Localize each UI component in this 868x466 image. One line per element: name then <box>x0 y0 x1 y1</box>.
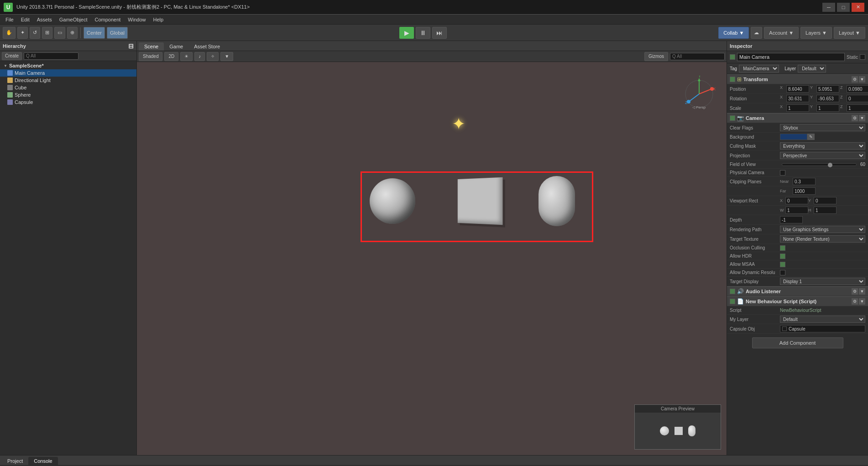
depth-input[interactable] <box>780 216 803 223</box>
dynamic-checkbox[interactable] <box>780 270 785 275</box>
pos-y-input[interactable] <box>816 85 839 93</box>
menu-edit[interactable]: Edit <box>17 16 33 23</box>
static-checkbox[interactable] <box>860 54 865 60</box>
step-button[interactable]: ⏭ <box>432 27 447 39</box>
audio-listener-header[interactable]: 🔊 Audio Listener ⚙ ▼ <box>727 286 868 296</box>
vp-h-input[interactable] <box>814 207 837 214</box>
script-header[interactable]: 📄 New Behaviour Script (Script) ⚙ ▼ <box>727 296 868 306</box>
hdr-checkbox[interactable] <box>780 254 785 259</box>
pos-x-input[interactable] <box>786 85 809 93</box>
culling-mask-dropdown[interactable]: Everything <box>780 142 865 150</box>
transform-header[interactable]: ⊞ Transform ⚙ ▼ <box>727 74 868 84</box>
scene-search[interactable] <box>670 53 725 60</box>
capsule-object[interactable] <box>539 176 575 226</box>
vp-x-input[interactable] <box>785 197 808 204</box>
script-settings[interactable]: ⚙ <box>852 298 858 305</box>
tab-console[interactable]: Console <box>28 457 58 465</box>
shading-mode-dropdown[interactable]: Shaded <box>139 52 162 61</box>
transform-active[interactable] <box>730 77 735 82</box>
script-active[interactable] <box>730 299 735 304</box>
collab-button[interactable]: Collab ▼ <box>718 27 749 39</box>
hierarchy-lock-icon[interactable]: ⊟ <box>128 42 134 50</box>
menu-help[interactable]: Help <box>149 16 167 23</box>
background-color[interactable] <box>780 134 807 140</box>
scale-x-input[interactable] <box>786 104 809 112</box>
capsule-obj-field[interactable]: Capsule <box>780 325 865 332</box>
hierarchy-item-cube[interactable]: Cube <box>0 84 136 91</box>
display-dropdown[interactable]: Display 1 <box>780 278 865 285</box>
physical-camera-checkbox[interactable] <box>780 170 785 176</box>
hierarchy-item-sphere[interactable]: Sphere <box>0 91 136 98</box>
target-texture-dropdown[interactable]: None (Render Texture) <box>780 235 865 243</box>
menu-gameobject[interactable]: GameObject <box>56 16 91 23</box>
rotate-tool[interactable]: ↺ <box>30 27 40 39</box>
tab-project[interactable]: Project <box>2 457 28 465</box>
far-input[interactable] <box>793 187 816 195</box>
script-menu[interactable]: ▼ <box>859 298 865 305</box>
cube-object[interactable] <box>458 177 503 225</box>
vp-w-input[interactable] <box>785 207 808 214</box>
menu-file[interactable]: File <box>2 16 17 23</box>
scale-y-input[interactable] <box>816 104 839 112</box>
scale-tool[interactable]: ⊞ <box>42 27 52 39</box>
close-button[interactable]: ✕ <box>852 3 864 12</box>
msaa-checkbox[interactable] <box>780 262 785 267</box>
rot-z-input[interactable] <box>847 95 868 102</box>
fx-toggle[interactable]: ✧ <box>207 52 219 61</box>
scene-view-dropdown[interactable]: ▼ <box>220 52 233 61</box>
tab-asset-store[interactable]: Asset Store <box>188 42 225 51</box>
menu-component[interactable]: Component <box>91 16 124 23</box>
tab-scene[interactable]: Scene <box>139 42 164 51</box>
lighting-toggle[interactable]: ☀ <box>180 52 193 61</box>
account-button[interactable]: Account ▼ <box>764 27 799 39</box>
menu-window[interactable]: Window <box>124 16 149 23</box>
layout-button[interactable]: Layout ▼ <box>834 27 865 39</box>
audio-toggle[interactable]: ♪ <box>194 52 205 61</box>
scene-viewport[interactable]: ✦ <box>137 62 727 455</box>
active-checkbox[interactable] <box>730 54 735 60</box>
2d-toggle[interactable]: 2D <box>164 52 178 61</box>
near-input[interactable] <box>793 178 816 185</box>
object-name-input[interactable] <box>737 53 845 61</box>
pause-button[interactable]: ⏸ <box>416 27 430 39</box>
vp-y-input[interactable] <box>814 197 837 204</box>
create-button[interactable]: Create <box>2 52 22 60</box>
audio-active[interactable] <box>730 289 735 294</box>
occlusion-checkbox[interactable] <box>780 245 785 251</box>
rot-x-input[interactable] <box>786 95 809 102</box>
scene-root[interactable]: ▼ SampleScene* <box>0 62 136 69</box>
camera-menu[interactable]: ▼ <box>859 115 865 121</box>
menu-assets[interactable]: Assets <box>33 16 56 23</box>
transform-tool[interactable]: ⊕ <box>67 27 78 39</box>
camera-settings[interactable]: ⚙ <box>852 115 858 121</box>
scale-z-input[interactable] <box>847 104 868 112</box>
camera-active[interactable] <box>730 115 735 121</box>
add-component-button[interactable]: Add Component <box>752 337 843 348</box>
tag-dropdown[interactable]: MainCamera <box>739 65 779 72</box>
layer-dropdown[interactable]: Default <box>798 65 826 72</box>
projection-dropdown[interactable]: Perspective <box>780 152 865 159</box>
transform-menu[interactable]: ▼ <box>859 76 865 83</box>
fov-slider[interactable] <box>782 163 857 166</box>
rot-y-input[interactable] <box>816 95 839 102</box>
hand-tool[interactable]: ✋ <box>3 27 16 39</box>
maximize-button[interactable]: □ <box>837 3 850 12</box>
window-controls[interactable]: ─ □ ✕ <box>822 3 864 12</box>
hierarchy-item-directional-light[interactable]: Directional Light <box>0 77 136 84</box>
global-button[interactable]: Global <box>107 27 128 39</box>
render-path-dropdown[interactable]: Use Graphics Settings <box>780 226 865 233</box>
audio-menu[interactable]: ▼ <box>859 288 865 295</box>
my-layer-dropdown[interactable]: Default <box>780 316 865 323</box>
sphere-object[interactable] <box>370 178 415 224</box>
tab-game[interactable]: Game <box>164 42 188 51</box>
hierarchy-search[interactable] <box>24 52 78 60</box>
gizmos-button[interactable]: Gizmos <box>644 52 668 61</box>
cloud-button[interactable]: ☁ <box>751 27 762 39</box>
clear-flags-dropdown[interactable]: Skybox <box>780 124 865 131</box>
pos-z-input[interactable] <box>847 85 868 93</box>
move-tool[interactable]: ✦ <box>17 27 28 39</box>
layers-button[interactable]: Layers ▼ <box>800 27 832 39</box>
hierarchy-item-main-camera[interactable]: Main Camera <box>0 69 136 77</box>
audio-settings[interactable]: ⚙ <box>852 288 858 295</box>
play-button[interactable]: ▶ <box>399 27 414 39</box>
